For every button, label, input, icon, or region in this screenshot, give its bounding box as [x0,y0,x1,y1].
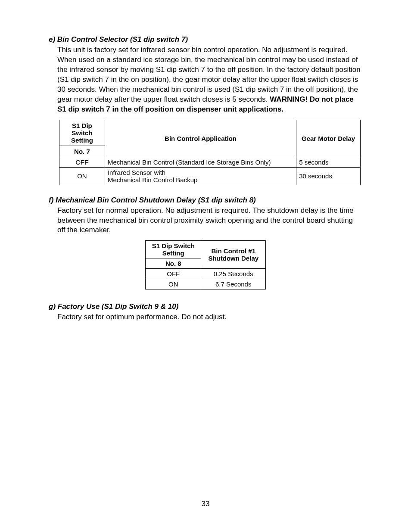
table1-header-col3: Gear Motor Delay [296,120,361,157]
section-g-heading: g) Factory Use (S1 Dip Switch 9 & 10) [49,302,362,311]
table-bin-control-selector: S1 Dip Switch Setting Bin Control Applic… [59,120,361,185]
table-row: ON 6.7 Seconds [146,279,266,289]
section-f: f) Mechanical Bin Control Shutdown Delay… [49,196,362,290]
table2-header-col2-l1: Bin Control #1 [211,247,255,255]
table1-r1-c2: Mechanical Bin Control (Standard Ice Sto… [105,157,296,167]
table-row: OFF Mechanical Bin Control (Standard Ice… [59,157,361,167]
table-row: OFF 0.25 Seconds [146,269,266,279]
table-header-row: S1 Dip Switch Setting Bin Control Applic… [59,120,361,146]
section-e: e) Bin Control Selector (S1 dip switch 7… [49,35,362,185]
table-shutdown-delay: S1 Dip Switch Setting Bin Control #1 Shu… [145,240,266,289]
table1-r1-c3: 5 seconds [296,157,361,167]
section-e-heading: e) Bin Control Selector (S1 dip switch 7… [49,35,362,44]
table2-header-col2: Bin Control #1 Shutdown Delay [201,241,266,269]
table2-r1-c1: OFF [146,269,201,279]
table2-header-col1-l1: S1 Dip Switch [152,242,195,249]
table2-subheader-col1: No. 8 [146,258,201,269]
table2-r2-c2: 6.7 Seconds [201,279,266,289]
table1-header-col2: Bin Control Application [105,120,296,157]
section-g-body: Factory set for optimum performance. Do … [57,312,362,322]
section-e-body: This unit is factory set for infrared se… [57,45,362,115]
table1-r1-c1: OFF [59,157,105,167]
table1-r2-c1: ON [59,167,105,185]
table2-r1-c2: 0.25 Seconds [201,269,266,279]
table1-r2-c2: Infrared Sensor with Mechanical Bin Cont… [105,167,296,185]
table1-r2-c2-l2: Mechanical Bin Control Backup [108,176,197,184]
section-e-body-text: This unit is factory set for infrared se… [57,46,361,103]
table2-header-col1: S1 Dip Switch Setting [146,241,201,258]
table1-header-col1-l2: Setting [71,137,93,144]
table1-subheader-col1: No. 7 [59,146,105,157]
section-f-heading: f) Mechanical Bin Control Shutdown Delay… [49,196,362,205]
table2-r2-c1: ON [146,279,201,289]
table1-r2-c3: 30 seconds [296,167,361,185]
table1-header-col1-l1: S1 Dip Switch [72,122,92,137]
table1-r2-c2-l1: Infrared Sensor with [108,169,165,176]
section-g: g) Factory Use (S1 Dip Switch 9 & 10) Fa… [49,302,362,322]
table1-header-col1: S1 Dip Switch Setting [59,120,105,146]
table-row: ON Infrared Sensor with Mechanical Bin C… [59,167,361,185]
table-header-row: S1 Dip Switch Setting Bin Control #1 Shu… [146,241,266,258]
section-f-body: Factory set for normal operation. No adj… [57,206,362,236]
page-number: 33 [0,500,411,508]
table2-header-col2-l2: Shutdown Delay [208,255,258,262]
table2-header-col1-l2: Setting [162,249,184,257]
